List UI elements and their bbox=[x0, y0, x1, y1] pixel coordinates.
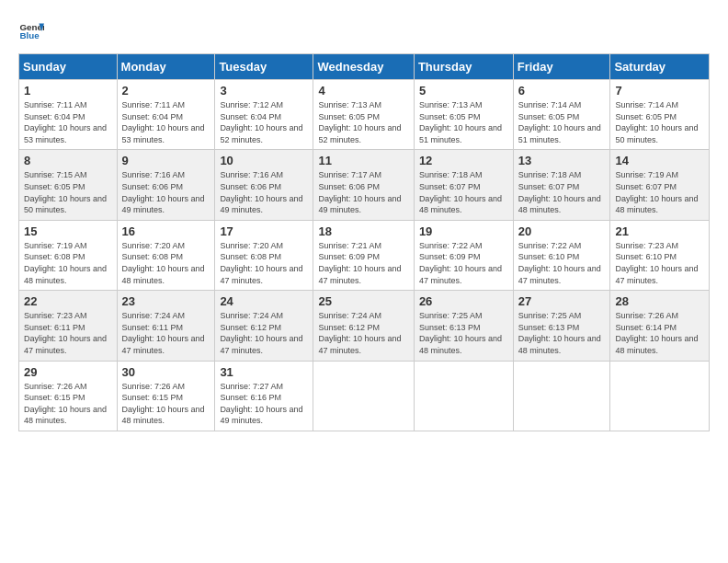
col-header-saturday: Saturday bbox=[610, 54, 710, 80]
day-number: 5 bbox=[419, 84, 508, 98]
page-header: General Blue bbox=[18, 18, 710, 44]
col-header-wednesday: Wednesday bbox=[313, 54, 414, 80]
calendar-cell: 16Sunrise: 7:20 AMSunset: 6:08 PMDayligh… bbox=[117, 220, 215, 290]
calendar-cell: 12Sunrise: 7:18 AMSunset: 6:07 PMDayligh… bbox=[414, 150, 513, 220]
logo: General Blue bbox=[18, 18, 44, 44]
calendar-cell: 2Sunrise: 7:11 AMSunset: 6:04 PMDaylight… bbox=[117, 80, 215, 150]
day-number: 6 bbox=[518, 84, 606, 98]
day-info: Sunrise: 7:16 AMSunset: 6:06 PMDaylight:… bbox=[220, 169, 308, 215]
col-header-friday: Friday bbox=[513, 54, 610, 80]
calendar-cell: 20Sunrise: 7:22 AMSunset: 6:10 PMDayligh… bbox=[513, 220, 610, 290]
calendar-cell: 31Sunrise: 7:27 AMSunset: 6:16 PMDayligh… bbox=[215, 361, 313, 431]
day-number: 14 bbox=[615, 154, 704, 167]
day-number: 18 bbox=[318, 224, 408, 238]
day-info: Sunrise: 7:21 AMSunset: 6:09 PMDaylight:… bbox=[318, 240, 408, 286]
calendar-table: SundayMondayTuesdayWednesdayThursdayFrid… bbox=[18, 53, 710, 431]
day-info: Sunrise: 7:22 AMSunset: 6:09 PMDaylight:… bbox=[419, 240, 508, 286]
day-number: 22 bbox=[24, 294, 112, 308]
calendar-cell: 3Sunrise: 7:12 AMSunset: 6:04 PMDaylight… bbox=[215, 80, 313, 150]
day-info: Sunrise: 7:25 AMSunset: 6:13 PMDaylight:… bbox=[419, 310, 508, 356]
calendar-cell bbox=[313, 361, 414, 431]
day-info: Sunrise: 7:24 AMSunset: 6:12 PMDaylight:… bbox=[318, 310, 408, 356]
day-number: 28 bbox=[615, 294, 704, 308]
col-header-monday: Monday bbox=[117, 54, 215, 80]
day-info: Sunrise: 7:23 AMSunset: 6:11 PMDaylight:… bbox=[24, 310, 112, 356]
calendar-cell: 26Sunrise: 7:25 AMSunset: 6:13 PMDayligh… bbox=[414, 291, 513, 361]
calendar-cell: 1Sunrise: 7:11 AMSunset: 6:04 PMDaylight… bbox=[19, 80, 118, 150]
calendar-cell: 25Sunrise: 7:24 AMSunset: 6:12 PMDayligh… bbox=[313, 291, 414, 361]
calendar-header-row: SundayMondayTuesdayWednesdayThursdayFrid… bbox=[19, 54, 710, 80]
day-info: Sunrise: 7:24 AMSunset: 6:11 PMDaylight:… bbox=[122, 310, 210, 356]
col-header-sunday: Sunday bbox=[19, 54, 118, 80]
day-number: 23 bbox=[122, 294, 210, 308]
day-info: Sunrise: 7:19 AMSunset: 6:07 PMDaylight:… bbox=[615, 169, 704, 215]
calendar-cell: 30Sunrise: 7:26 AMSunset: 6:15 PMDayligh… bbox=[117, 361, 215, 431]
day-number: 30 bbox=[122, 365, 210, 379]
calendar-cell: 19Sunrise: 7:22 AMSunset: 6:09 PMDayligh… bbox=[414, 220, 513, 290]
day-info: Sunrise: 7:11 AMSunset: 6:04 PMDaylight:… bbox=[122, 99, 210, 145]
day-number: 11 bbox=[318, 154, 408, 167]
day-number: 13 bbox=[518, 154, 606, 167]
calendar-cell: 13Sunrise: 7:18 AMSunset: 6:07 PMDayligh… bbox=[513, 150, 610, 220]
day-number: 27 bbox=[518, 294, 606, 308]
day-info: Sunrise: 7:11 AMSunset: 6:04 PMDaylight:… bbox=[24, 99, 112, 145]
day-number: 26 bbox=[419, 294, 508, 308]
day-info: Sunrise: 7:19 AMSunset: 6:08 PMDaylight:… bbox=[24, 240, 112, 286]
day-info: Sunrise: 7:14 AMSunset: 6:05 PMDaylight:… bbox=[518, 99, 606, 145]
day-number: 3 bbox=[220, 84, 308, 98]
day-info: Sunrise: 7:20 AMSunset: 6:08 PMDaylight:… bbox=[122, 240, 210, 286]
day-info: Sunrise: 7:15 AMSunset: 6:05 PMDaylight:… bbox=[24, 169, 112, 215]
day-number: 21 bbox=[615, 224, 704, 238]
calendar-week-row: 8Sunrise: 7:15 AMSunset: 6:05 PMDaylight… bbox=[19, 150, 710, 220]
day-number: 19 bbox=[419, 224, 508, 238]
calendar-cell bbox=[513, 361, 610, 431]
day-number: 7 bbox=[615, 84, 704, 98]
calendar-cell: 24Sunrise: 7:24 AMSunset: 6:12 PMDayligh… bbox=[215, 291, 313, 361]
calendar-cell: 22Sunrise: 7:23 AMSunset: 6:11 PMDayligh… bbox=[19, 291, 118, 361]
day-number: 12 bbox=[419, 154, 508, 167]
day-info: Sunrise: 7:18 AMSunset: 6:07 PMDaylight:… bbox=[419, 169, 508, 215]
day-number: 1 bbox=[24, 84, 112, 98]
calendar-week-row: 22Sunrise: 7:23 AMSunset: 6:11 PMDayligh… bbox=[19, 291, 710, 361]
calendar-cell: 15Sunrise: 7:19 AMSunset: 6:08 PMDayligh… bbox=[19, 220, 118, 290]
col-header-thursday: Thursday bbox=[414, 54, 513, 80]
calendar-cell: 27Sunrise: 7:25 AMSunset: 6:13 PMDayligh… bbox=[513, 291, 610, 361]
calendar-cell: 17Sunrise: 7:20 AMSunset: 6:08 PMDayligh… bbox=[215, 220, 313, 290]
day-number: 4 bbox=[318, 84, 408, 98]
calendar-cell: 21Sunrise: 7:23 AMSunset: 6:10 PMDayligh… bbox=[610, 220, 710, 290]
calendar-cell: 6Sunrise: 7:14 AMSunset: 6:05 PMDaylight… bbox=[513, 80, 610, 150]
svg-text:Blue: Blue bbox=[19, 30, 40, 40]
day-number: 9 bbox=[122, 154, 210, 167]
day-info: Sunrise: 7:13 AMSunset: 6:05 PMDaylight:… bbox=[318, 99, 408, 145]
calendar-body: 1Sunrise: 7:11 AMSunset: 6:04 PMDaylight… bbox=[19, 80, 710, 431]
calendar-cell: 29Sunrise: 7:26 AMSunset: 6:15 PMDayligh… bbox=[19, 361, 118, 431]
calendar-cell bbox=[414, 361, 513, 431]
col-header-tuesday: Tuesday bbox=[215, 54, 313, 80]
calendar-cell: 9Sunrise: 7:16 AMSunset: 6:06 PMDaylight… bbox=[117, 150, 215, 220]
day-number: 20 bbox=[518, 224, 606, 238]
day-info: Sunrise: 7:22 AMSunset: 6:10 PMDaylight:… bbox=[518, 240, 606, 286]
day-number: 10 bbox=[220, 154, 308, 167]
day-info: Sunrise: 7:26 AMSunset: 6:14 PMDaylight:… bbox=[615, 310, 704, 356]
calendar-cell bbox=[610, 361, 710, 431]
day-info: Sunrise: 7:23 AMSunset: 6:10 PMDaylight:… bbox=[615, 240, 704, 286]
day-info: Sunrise: 7:25 AMSunset: 6:13 PMDaylight:… bbox=[518, 310, 606, 356]
day-info: Sunrise: 7:13 AMSunset: 6:05 PMDaylight:… bbox=[419, 99, 508, 145]
calendar-cell: 18Sunrise: 7:21 AMSunset: 6:09 PMDayligh… bbox=[313, 220, 414, 290]
day-number: 24 bbox=[220, 294, 308, 308]
calendar-cell: 23Sunrise: 7:24 AMSunset: 6:11 PMDayligh… bbox=[117, 291, 215, 361]
calendar-cell: 7Sunrise: 7:14 AMSunset: 6:05 PMDaylight… bbox=[610, 80, 710, 150]
calendar-week-row: 29Sunrise: 7:26 AMSunset: 6:15 PMDayligh… bbox=[19, 361, 710, 431]
calendar-cell: 14Sunrise: 7:19 AMSunset: 6:07 PMDayligh… bbox=[610, 150, 710, 220]
calendar-cell: 28Sunrise: 7:26 AMSunset: 6:14 PMDayligh… bbox=[610, 291, 710, 361]
day-info: Sunrise: 7:18 AMSunset: 6:07 PMDaylight:… bbox=[518, 169, 606, 215]
day-number: 25 bbox=[318, 294, 408, 308]
day-info: Sunrise: 7:26 AMSunset: 6:15 PMDaylight:… bbox=[122, 381, 210, 427]
day-info: Sunrise: 7:17 AMSunset: 6:06 PMDaylight:… bbox=[318, 169, 408, 215]
day-info: Sunrise: 7:26 AMSunset: 6:15 PMDaylight:… bbox=[24, 381, 112, 427]
calendar-cell: 11Sunrise: 7:17 AMSunset: 6:06 PMDayligh… bbox=[313, 150, 414, 220]
calendar-cell: 4Sunrise: 7:13 AMSunset: 6:05 PMDaylight… bbox=[313, 80, 414, 150]
logo-icon: General Blue bbox=[18, 18, 44, 44]
day-number: 2 bbox=[122, 84, 210, 98]
day-number: 17 bbox=[220, 224, 308, 238]
